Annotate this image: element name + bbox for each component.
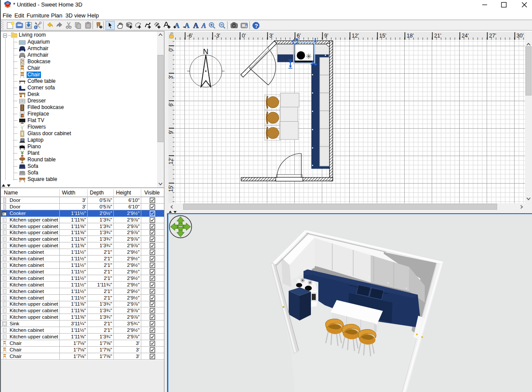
- svg-text:3': 3': [168, 75, 174, 79]
- svg-text:30': 30': [517, 33, 524, 39]
- svg-text:0': 0': [242, 33, 246, 39]
- svg-text:18': 18': [407, 33, 414, 39]
- svg-text:12': 12': [168, 157, 174, 164]
- svg-text:N: N: [203, 48, 208, 56]
- svg-text:0': 0': [168, 48, 174, 51]
- svg-text:15': 15': [168, 185, 174, 192]
- svg-text:A: A: [184, 22, 190, 29]
- svg-text:12': 12': [352, 33, 359, 39]
- svg-text:A: A: [193, 21, 199, 30]
- svg-text:-3': -3': [215, 33, 221, 39]
- svg-text:15': 15': [379, 33, 386, 39]
- svg-text:6': 6': [297, 33, 301, 39]
- svg-text:?: ?: [255, 23, 258, 29]
- svg-text:27': 27': [489, 33, 496, 39]
- svg-text:3': 3': [269, 33, 273, 39]
- svg-text:9': 9': [168, 130, 174, 134]
- svg-text:9': 9': [324, 33, 328, 39]
- svg-text:6': 6': [168, 102, 174, 106]
- svg-text:A: A: [174, 22, 180, 29]
- svg-text:24': 24': [462, 33, 469, 39]
- svg-text:A: A: [201, 22, 206, 29]
- svg-text:21': 21': [434, 33, 441, 39]
- svg-text:-6': -6': [187, 33, 193, 39]
